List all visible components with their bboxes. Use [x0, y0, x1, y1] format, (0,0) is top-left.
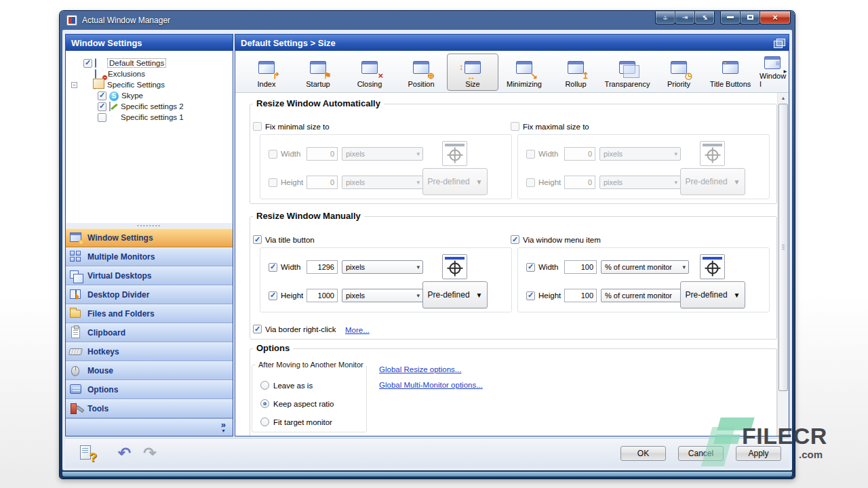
via-window-menu-checkbox[interactable]: ✓ Via window menu item: [511, 235, 601, 244]
checkbox[interactable]: ✓: [511, 235, 519, 244]
min-pick-target-button[interactable]: [442, 141, 467, 166]
height-checkbox[interactable]: ✓: [269, 291, 277, 300]
sidebar-item-virtual-desktops[interactable]: Virtual Desktops: [66, 266, 233, 285]
sidebar-item-options[interactable]: Options: [66, 380, 233, 399]
tab-index[interactable]: ↱ Index: [241, 54, 292, 91]
more-link[interactable]: More...: [345, 326, 370, 334]
tab-size[interactable]: ↕ ↔ Size: [447, 54, 498, 91]
radio-icon[interactable]: [260, 381, 269, 390]
sidebar-item-desktop-divider[interactable]: Desktop Divider: [66, 285, 233, 304]
cascade-windows-icon[interactable]: [774, 39, 785, 47]
category-overflow-button[interactable]: » ▼: [66, 418, 233, 436]
sidebar-item-hotkeys[interactable]: Hotkeys: [66, 342, 233, 361]
undo-button[interactable]: ↶: [118, 445, 131, 461]
tree-item-specific-2[interactable]: ✓ Specific settings 2: [66, 101, 233, 112]
sidebar-item-multiple-monitors[interactable]: Multiple Monitors: [66, 247, 233, 266]
scroll-down-button[interactable]: ▼: [778, 426, 789, 436]
radio-fit-target-monitor[interactable]: Fit target monitor: [260, 418, 332, 426]
min-predefined-button[interactable]: Pre-defined▼: [422, 168, 488, 195]
min-height-unit-select[interactable]: pixels▾: [342, 176, 423, 189]
sidebar-item-files-folders[interactable]: Files and Folders: [66, 304, 233, 323]
min-width-input[interactable]: 0: [307, 147, 338, 161]
close-button[interactable]: ×: [760, 12, 791, 24]
tb-predefined-button[interactable]: Pre-defined▼: [422, 281, 488, 308]
tab-title-buttons[interactable]: Title Buttons: [705, 54, 756, 91]
tree-checkbox[interactable]: ✓: [83, 59, 92, 68]
width-checkbox[interactable]: [269, 150, 277, 159]
sidebar-item-clipboard[interactable]: Clipboard: [66, 323, 233, 342]
max-width-input[interactable]: 0: [564, 147, 595, 161]
help-button[interactable]: ?: [80, 445, 95, 462]
via-border-right-click-checkbox[interactable]: ✓ Via border right-click: [253, 325, 336, 333]
scrollbar-thumb[interactable]: [778, 104, 788, 391]
tree-checkbox[interactable]: ✓: [98, 102, 106, 111]
max-width-unit-select[interactable]: pixels▾: [599, 147, 681, 161]
sidebar-item-window-settings[interactable]: Window Settings: [66, 228, 233, 247]
max-pick-target-button[interactable]: [700, 141, 725, 166]
sidebar-splitter[interactable]: ••••••••: [66, 223, 233, 228]
max-height-input[interactable]: 0: [564, 176, 595, 189]
tb-width-input[interactable]: 1296: [307, 260, 338, 274]
via-title-button-checkbox[interactable]: ✓ Via title button: [253, 235, 315, 244]
tb-height-input[interactable]: 1000: [307, 289, 338, 302]
tree-checkbox[interactable]: [98, 113, 106, 122]
menu-width-unit-select[interactable]: % of current monitor▾: [601, 260, 689, 274]
height-checkbox[interactable]: ✓: [526, 291, 535, 300]
content-scrollbar[interactable]: ▲ ▼: [777, 93, 789, 436]
global-resize-options-link[interactable]: Global Resize options...: [379, 365, 461, 373]
tree-item-specific-settings[interactable]: − Specific Settings: [66, 79, 233, 90]
max-predefined-button[interactable]: Pre-defined▼: [680, 168, 745, 195]
tree-collapse-icon[interactable]: −: [71, 82, 77, 88]
radio-leave-as-is[interactable]: Leave as is: [260, 381, 313, 390]
tab-minimizing[interactable]: ↘ Minimizing: [498, 54, 550, 91]
toolbar-overflow-icon[interactable]: ►: [783, 68, 788, 75]
fix-minimal-size-checkbox[interactable]: Fix minimal size to: [253, 122, 330, 131]
maximize-button[interactable]: [740, 12, 760, 24]
width-checkbox[interactable]: [526, 150, 535, 159]
tb-width-unit-select[interactable]: pixels▾: [342, 260, 423, 274]
tree-item-exclusions[interactable]: − Exclusions: [66, 68, 233, 79]
sidebar-item-mouse[interactable]: Mouse: [66, 361, 233, 380]
min-height-input[interactable]: 0: [307, 176, 338, 189]
radio-icon[interactable]: [260, 399, 269, 408]
menu-pick-target-button[interactable]: [700, 254, 725, 279]
minimize-button[interactable]: [720, 12, 741, 24]
width-checkbox[interactable]: ✓: [526, 263, 535, 272]
checkbox[interactable]: ✓: [253, 235, 262, 244]
global-multi-monitor-options-link[interactable]: Global Multi-Monitor options...: [379, 381, 483, 389]
menu-height-unit-select[interactable]: % of current monitor▾: [601, 289, 689, 302]
checkbox[interactable]: [511, 122, 519, 131]
tab-startup[interactable]: ⚑ Startup: [292, 54, 344, 91]
radio-icon[interactable]: [260, 418, 269, 426]
move-to-monitor-button[interactable]: ↔ ↕: [655, 12, 675, 24]
tb-height-unit-select[interactable]: pixels▾: [342, 289, 423, 302]
menu-width-input[interactable]: 100: [564, 260, 597, 274]
radio-keep-aspect-ratio[interactable]: Keep aspect ratio: [260, 399, 334, 408]
tab-priority[interactable]: ◷ Priority: [653, 54, 705, 91]
menu-height-input[interactable]: 100: [564, 289, 597, 302]
width-checkbox[interactable]: ✓: [269, 263, 277, 272]
tree-item-skype[interactable]: ✓ S Skype: [66, 90, 233, 101]
tab-closing[interactable]: × Closing: [344, 54, 395, 91]
cancel-button[interactable]: Cancel: [678, 446, 724, 461]
ok-button[interactable]: OK: [620, 446, 666, 461]
height-checkbox[interactable]: [526, 178, 535, 187]
fullscreen-button[interactable]: ↖ ↘: [694, 12, 715, 24]
tree-item-specific-1[interactable]: Specific settings 1: [66, 112, 233, 123]
apply-button[interactable]: Apply: [736, 446, 781, 461]
scroll-up-button[interactable]: ▲: [778, 93, 789, 103]
tb-pick-target-button[interactable]: [442, 254, 467, 279]
redo-button[interactable]: ↷: [143, 445, 156, 461]
checkbox[interactable]: [253, 122, 262, 131]
height-checkbox[interactable]: [269, 178, 277, 187]
tree-checkbox[interactable]: ✓: [98, 92, 106, 100]
titlebar[interactable]: Actual Window Manager ↔ ↕ ⇥ ↖ ↘ ×: [60, 11, 795, 30]
max-height-unit-select[interactable]: pixels▾: [599, 176, 681, 189]
tab-position[interactable]: ⊕ Position: [395, 54, 447, 91]
tree-item-default-settings[interactable]: ✓ Default Settings: [66, 58, 233, 68]
min-width-unit-select[interactable]: pixels▾: [342, 147, 423, 161]
fix-maximal-size-checkbox[interactable]: Fix maximal size to: [511, 122, 589, 131]
tab-transparency[interactable]: Transparency: [601, 54, 653, 91]
checkbox[interactable]: ✓: [253, 325, 262, 333]
menu-predefined-button[interactable]: Pre-defined▼: [680, 281, 745, 308]
